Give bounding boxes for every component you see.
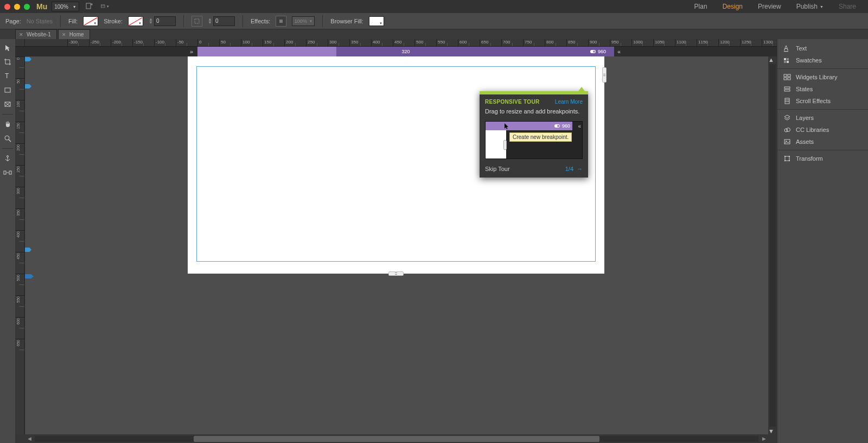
document-tabs: ✕ Website-1 ✕ Home (0, 29, 868, 39)
effects-opacity-select[interactable]: 100% ▼ (292, 16, 315, 26)
new-page-icon[interactable] (85, 2, 93, 11)
guide-marker-footer[interactable] (25, 274, 34, 279)
anchor-tool[interactable] (2, 153, 14, 164)
guide-marker[interactable] (25, 57, 31, 61)
ruler-corner (15, 39, 25, 47)
panel-cc-libraries[interactable]: CC Libraries (777, 124, 868, 136)
tab-share[interactable]: Share (831, 0, 864, 13)
panel-label: CC Libraries (796, 126, 829, 133)
breakpoint-bar[interactable]: 320 960 » « (25, 47, 777, 56)
horizontal-scrollbar[interactable]: ◀ ▶ (15, 434, 777, 443)
svg-rect-34 (785, 98, 789, 104)
zoom-level-value: 100% (54, 4, 68, 10)
tour-title: RESPONSIVE TOUR (485, 99, 539, 105)
scroll-left-icon[interactable]: ◀ (25, 434, 34, 443)
scroll-up-icon[interactable]: ▲ (768, 56, 777, 63)
spacing-tool[interactable] (2, 167, 14, 178)
zoom-level-select[interactable]: 100% ▼ (52, 2, 79, 11)
guide-marker[interactable] (25, 248, 31, 252)
horizontal-ruler[interactable]: -300-250-200-150-100-5005010015020025030… (25, 39, 777, 46)
effects-toggle-icon[interactable] (276, 16, 286, 27)
page-resize-handle[interactable] (602, 67, 607, 83)
tour-next-button[interactable]: 1/4 → (565, 166, 583, 172)
editor: -300-250-200-150-100-5005010015020025030… (15, 39, 777, 443)
scroll-down-icon[interactable]: ▼ (768, 428, 777, 434)
frame-tool[interactable] (2, 99, 14, 110)
selection-tool[interactable] (2, 42, 14, 53)
tour-demo: 960 « Create new breakpoint. (485, 121, 583, 159)
panel-widgets-library[interactable]: Widgets Library (777, 71, 868, 83)
panel-separator (777, 68, 868, 69)
breakpoint-range-min[interactable] (197, 47, 336, 56)
panel-layers[interactable]: Layers (777, 112, 868, 124)
panel-label: States (796, 86, 813, 92)
tour-skip-button[interactable]: Skip Tour (485, 166, 510, 172)
responsive-tour-popover: RESPONSIVE TOUR Learn More Drag to resiz… (480, 91, 588, 178)
tab-preview[interactable]: Preview (750, 0, 789, 13)
page-label: Page: (5, 18, 21, 24)
corner-radius-input[interactable] (213, 16, 235, 26)
tour-demo-grip (503, 140, 507, 150)
svg-rect-43 (789, 156, 790, 157)
cc-icon (783, 125, 792, 134)
close-tab-icon[interactable]: ✕ (62, 32, 66, 37)
fill-swatch[interactable]: ▼ (83, 16, 98, 26)
fill-label: Fill: (68, 18, 78, 24)
scroll-right-icon[interactable]: ▶ (760, 434, 768, 443)
stroke-swatch[interactable]: ▼ (128, 16, 143, 26)
panel-states[interactable]: States (777, 83, 868, 95)
browser-fill-swatch[interactable]: ▼ (369, 16, 384, 26)
rectangle-tool[interactable] (2, 85, 14, 96)
transform-icon (783, 154, 792, 163)
svg-point-22 (557, 125, 559, 127)
vertical-scrollbar[interactable]: ▲ ▼ (768, 56, 777, 434)
breakpoint-collapse-right-icon[interactable]: « (617, 48, 621, 55)
scroll-icon (783, 97, 792, 105)
doctab-label: Website-1 (27, 31, 51, 37)
panel-separator (777, 150, 868, 150)
view-options-icon[interactable]: ▼ (101, 2, 110, 11)
panel-transform[interactable]: Transform (777, 153, 868, 164)
minimize-window-button[interactable] (14, 4, 20, 10)
page-state-value[interactable]: No States (27, 18, 53, 24)
tab-plan[interactable]: Plan (687, 0, 715, 13)
panel-label: Widgets Library (796, 74, 837, 80)
page-resize-handle-top[interactable] (388, 271, 404, 276)
guide-marker[interactable] (25, 84, 31, 88)
canvas-viewport[interactable]: RESPONSIVE TOUR Learn More Drag to resiz… (25, 56, 768, 434)
tab-design[interactable]: Design (715, 0, 750, 13)
stroke-stepper-icon[interactable]: ▲▼ (149, 18, 153, 24)
svg-rect-16 (4, 171, 6, 174)
panel-text[interactable]: AText (777, 42, 868, 54)
corner-options-icon[interactable] (192, 16, 202, 27)
panel-scroll-effects[interactable]: Scroll Effects (777, 95, 868, 107)
crop-tool[interactable] (2, 56, 14, 67)
vertical-ruler[interactable]: 050100150200250300350400450500550600650 (15, 56, 25, 434)
breakpoint-collapse-left-icon[interactable]: » (190, 48, 193, 55)
tab-publish[interactable]: Publish▼ (789, 0, 831, 13)
svg-line-13 (9, 140, 11, 142)
svg-rect-29 (788, 74, 790, 77)
panel-swatches[interactable]: Swatches (777, 54, 868, 66)
svg-rect-24 (784, 58, 786, 60)
svg-text:T: T (5, 72, 9, 80)
zoom-tool[interactable] (2, 133, 14, 144)
mode-tabs: Plan Design Preview Publish▼ Share (687, 0, 864, 13)
svg-rect-5 (195, 19, 199, 23)
svg-rect-28 (784, 74, 787, 77)
close-window-button[interactable] (4, 4, 10, 10)
window-controls (4, 4, 30, 10)
close-tab-icon[interactable]: ✕ (19, 32, 23, 37)
hand-tool[interactable] (2, 119, 14, 130)
zoom-window-button[interactable] (24, 4, 30, 10)
stroke-weight-input[interactable] (154, 16, 176, 26)
text-tool[interactable]: T (2, 71, 14, 81)
svg-rect-32 (784, 87, 790, 88)
tour-learn-more-link[interactable]: Learn More (555, 99, 583, 105)
canvas-row: 050100150200250300350400450500550600650 (15, 56, 777, 434)
corner-stepper-icon[interactable]: ▲▼ (208, 18, 212, 24)
doctab-website[interactable]: ✕ Website-1 (15, 29, 57, 39)
panel-assets[interactable]: Assets (777, 136, 868, 148)
divider (322, 15, 323, 27)
doctab-home[interactable]: ✕ Home (58, 29, 90, 39)
